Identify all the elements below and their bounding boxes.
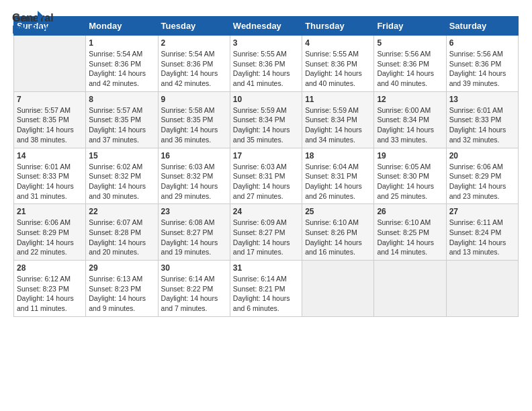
calendar-cell: 17Sunrise: 6:03 AM Sunset: 8:31 PM Dayli…: [230, 148, 302, 204]
day-number: 10: [233, 95, 299, 104]
day-number: 9: [161, 95, 227, 104]
day-info: Sunrise: 6:07 AM Sunset: 8:28 PM Dayligh…: [89, 218, 154, 257]
day-number: 24: [233, 207, 299, 216]
calendar-table: SundayMondayTuesdayWednesdayThursdayFrid…: [13, 16, 519, 317]
calendar-cell: 13Sunrise: 6:01 AM Sunset: 8:33 PM Dayli…: [446, 91, 518, 148]
calendar-week-4: 21Sunrise: 6:06 AM Sunset: 8:29 PM Dayli…: [14, 204, 519, 261]
calendar-cell: 12Sunrise: 6:00 AM Sunset: 8:34 PM Dayli…: [374, 91, 446, 148]
calendar-cell: 3Sunrise: 5:55 AM Sunset: 8:36 PM Daylig…: [230, 36, 302, 92]
calendar-week-2: 7Sunrise: 5:57 AM Sunset: 8:35 PM Daylig…: [14, 91, 519, 148]
day-info: Sunrise: 6:10 AM Sunset: 8:25 PM Dayligh…: [377, 218, 443, 257]
calendar-cell: 16Sunrise: 6:03 AM Sunset: 8:32 PM Dayli…: [158, 148, 230, 204]
header-thursday: Thursday: [302, 17, 374, 36]
calendar-cell: [374, 261, 446, 317]
header-wednesday: Wednesday: [230, 17, 302, 36]
calendar-cell: 25Sunrise: 6:10 AM Sunset: 8:26 PM Dayli…: [302, 204, 374, 261]
calendar-cell: [302, 261, 374, 317]
day-info: Sunrise: 5:57 AM Sunset: 8:35 PM Dayligh…: [17, 105, 83, 145]
calendar-cell: 2Sunrise: 5:54 AM Sunset: 8:36 PM Daylig…: [158, 36, 230, 92]
day-info: Sunrise: 5:59 AM Sunset: 8:34 PM Dayligh…: [233, 105, 299, 145]
header-tuesday: Tuesday: [158, 17, 230, 36]
day-info: Sunrise: 5:55 AM Sunset: 8:36 PM Dayligh…: [305, 49, 371, 89]
day-info: Sunrise: 6:12 AM Sunset: 8:23 PM Dayligh…: [17, 274, 83, 314]
calendar-cell: 21Sunrise: 6:06 AM Sunset: 8:29 PM Dayli…: [14, 204, 86, 261]
day-info: Sunrise: 6:14 AM Sunset: 8:22 PM Dayligh…: [161, 274, 227, 314]
day-number: 30: [161, 263, 227, 273]
calendar-cell: 18Sunrise: 6:04 AM Sunset: 8:31 PM Dayli…: [302, 148, 374, 204]
calendar-week-1: 1Sunrise: 5:54 AM Sunset: 8:36 PM Daylig…: [14, 36, 519, 92]
day-number: 2: [161, 38, 227, 48]
day-info: Sunrise: 6:00 AM Sunset: 8:34 PM Dayligh…: [377, 105, 443, 145]
calendar-cell: 20Sunrise: 6:06 AM Sunset: 8:29 PM Dayli…: [446, 148, 518, 204]
svg-text:Blue: Blue: [12, 24, 36, 36]
day-info: Sunrise: 5:56 AM Sunset: 8:36 PM Dayligh…: [449, 49, 515, 89]
calendar-cell: 28Sunrise: 6:12 AM Sunset: 8:23 PM Dayli…: [14, 261, 86, 317]
calendar-cell: 14Sunrise: 6:01 AM Sunset: 8:33 PM Dayli…: [14, 148, 86, 204]
day-info: Sunrise: 5:58 AM Sunset: 8:35 PM Dayligh…: [161, 105, 227, 145]
calendar-cell: 26Sunrise: 6:10 AM Sunset: 8:25 PM Dayli…: [374, 204, 446, 261]
day-info: Sunrise: 5:56 AM Sunset: 8:36 PM Dayligh…: [377, 49, 443, 89]
day-number: 3: [233, 38, 299, 48]
header-saturday: Saturday: [446, 17, 518, 36]
day-number: 18: [305, 151, 371, 161]
day-info: Sunrise: 6:09 AM Sunset: 8:27 PM Dayligh…: [233, 218, 299, 257]
header-friday: Friday: [374, 17, 446, 36]
logo-container: Gene ral Blue: [12, 9, 73, 42]
day-number: 28: [17, 263, 83, 273]
day-number: 19: [377, 151, 443, 161]
calendar-cell: 8Sunrise: 5:57 AM Sunset: 8:35 PM Daylig…: [86, 91, 158, 148]
day-info: Sunrise: 6:04 AM Sunset: 8:31 PM Dayligh…: [305, 162, 371, 201]
calendar-cell: 22Sunrise: 6:07 AM Sunset: 8:28 PM Dayli…: [86, 204, 158, 261]
day-info: Sunrise: 6:14 AM Sunset: 8:21 PM Dayligh…: [233, 274, 299, 314]
calendar-cell: 9Sunrise: 5:58 AM Sunset: 8:35 PM Daylig…: [158, 91, 230, 148]
calendar-cell: 15Sunrise: 6:02 AM Sunset: 8:32 PM Dayli…: [86, 148, 158, 204]
day-info: Sunrise: 5:54 AM Sunset: 8:36 PM Dayligh…: [89, 49, 154, 89]
day-number: 22: [89, 207, 154, 216]
day-number: 27: [449, 207, 515, 216]
day-info: Sunrise: 6:03 AM Sunset: 8:31 PM Dayligh…: [233, 162, 299, 201]
day-number: 1: [89, 38, 154, 48]
calendar-cell: 30Sunrise: 6:14 AM Sunset: 8:22 PM Dayli…: [158, 261, 230, 317]
svg-text:ral: ral: [40, 12, 54, 24]
calendar-cell: 1Sunrise: 5:54 AM Sunset: 8:36 PM Daylig…: [86, 36, 158, 92]
day-number: 29: [89, 263, 154, 273]
day-number: 6: [449, 38, 515, 48]
svg-text:Gene: Gene: [12, 12, 39, 24]
day-number: 23: [161, 207, 227, 216]
calendar-cell: 6Sunrise: 5:56 AM Sunset: 8:36 PM Daylig…: [446, 36, 518, 92]
day-number: 16: [161, 151, 227, 161]
day-number: 25: [305, 207, 371, 216]
day-number: 21: [17, 207, 83, 216]
calendar-week-3: 14Sunrise: 6:01 AM Sunset: 8:33 PM Dayli…: [14, 148, 519, 204]
day-number: 26: [377, 207, 443, 216]
day-number: 17: [233, 151, 299, 161]
calendar-cell: 11Sunrise: 5:59 AM Sunset: 8:34 PM Dayli…: [302, 91, 374, 148]
day-info: Sunrise: 6:02 AM Sunset: 8:32 PM Dayligh…: [89, 162, 154, 201]
day-info: Sunrise: 6:08 AM Sunset: 8:27 PM Dayligh…: [161, 218, 227, 257]
day-number: 7: [17, 95, 83, 104]
calendar-cell: [446, 261, 518, 317]
calendar-cell: 31Sunrise: 6:14 AM Sunset: 8:21 PM Dayli…: [230, 261, 302, 317]
day-number: 13: [449, 95, 515, 104]
day-info: Sunrise: 5:59 AM Sunset: 8:34 PM Dayligh…: [305, 105, 371, 145]
day-number: 4: [305, 38, 371, 48]
day-info: Sunrise: 6:06 AM Sunset: 8:29 PM Dayligh…: [17, 218, 83, 257]
day-info: Sunrise: 6:01 AM Sunset: 8:33 PM Dayligh…: [17, 162, 83, 201]
calendar-cell: 19Sunrise: 6:05 AM Sunset: 8:30 PM Dayli…: [374, 148, 446, 204]
day-info: Sunrise: 5:57 AM Sunset: 8:35 PM Dayligh…: [89, 105, 154, 145]
day-info: Sunrise: 5:55 AM Sunset: 8:36 PM Dayligh…: [233, 49, 299, 89]
day-number: 5: [377, 38, 443, 48]
day-info: Sunrise: 6:13 AM Sunset: 8:23 PM Dayligh…: [89, 274, 154, 314]
header-monday: Monday: [86, 17, 158, 36]
calendar-cell: [14, 36, 86, 92]
day-info: Sunrise: 6:06 AM Sunset: 8:29 PM Dayligh…: [449, 162, 515, 201]
calendar-cell: 29Sunrise: 6:13 AM Sunset: 8:23 PM Dayli…: [86, 261, 158, 317]
calendar-header-row: SundayMondayTuesdayWednesdayThursdayFrid…: [14, 17, 519, 36]
calendar-cell: 23Sunrise: 6:08 AM Sunset: 8:27 PM Dayli…: [158, 204, 230, 261]
day-info: Sunrise: 6:11 AM Sunset: 8:24 PM Dayligh…: [449, 218, 515, 257]
calendar-cell: 5Sunrise: 5:56 AM Sunset: 8:36 PM Daylig…: [374, 36, 446, 92]
day-info: Sunrise: 6:10 AM Sunset: 8:26 PM Dayligh…: [305, 218, 371, 257]
day-number: 20: [449, 151, 515, 161]
day-number: 31: [233, 263, 299, 273]
day-number: 12: [377, 95, 443, 104]
